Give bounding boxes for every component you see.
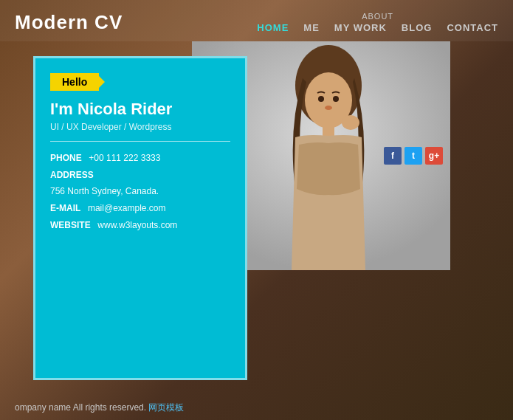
svg-point-4 (342, 115, 359, 130)
social-icons: f t g+ (384, 147, 443, 165)
svg-point-6 (333, 96, 339, 102)
twitter-icon[interactable]: t (404, 147, 422, 165)
header: Modern CV ABOUT HOME ME MY WORK BLOG CON… (0, 0, 513, 41)
main-content: Hello I'm Nicola Rider UI / UX Developer… (0, 41, 513, 395)
facebook-icon[interactable]: f (384, 147, 402, 165)
svg-point-7 (325, 106, 332, 110)
svg-point-5 (318, 96, 324, 102)
phone-value: +00 111 222 3333 (89, 153, 160, 163)
site-title: Modern CV (15, 11, 123, 34)
contact-card: Hello I'm Nicola Rider UI / UX Developer… (33, 56, 247, 380)
nav-home[interactable]: HOME (257, 22, 289, 33)
email-value: mail@example.com (88, 203, 166, 213)
footer-text: ompany name All rights reserved. (15, 402, 146, 413)
address-row: ADDRESS (50, 169, 230, 180)
nav-blog[interactable]: BLOG (402, 22, 433, 33)
phone-label: PHONE (50, 153, 82, 163)
nav-mywork[interactable]: MY WORK (334, 22, 387, 33)
website-value: www.w3layouts.com (97, 220, 177, 230)
nav-links: HOME ME MY WORK BLOG CONTACT (257, 22, 498, 33)
nav-area: ABOUT HOME ME MY WORK BLOG CONTACT (257, 12, 498, 33)
person-name: I'm Nicola Rider (50, 100, 230, 119)
email-label: E-MAIL (50, 203, 80, 213)
website-row: WEBSITE www.w3layouts.com (50, 219, 230, 230)
phone-row: PHONE +00 111 222 3333 (50, 152, 230, 163)
nav-about-label: ABOUT (362, 12, 393, 21)
footer: ompany name All rights reserved. 网页模板 (0, 396, 513, 420)
footer-link[interactable]: 网页模板 (148, 402, 184, 413)
nav-contact[interactable]: CONTACT (447, 22, 498, 33)
person-title: UI / UX Developer / Wordpress (50, 122, 230, 132)
nav-me[interactable]: ME (303, 22, 320, 33)
email-row: E-MAIL mail@example.com (50, 202, 230, 213)
hello-badge: Hello (50, 73, 99, 91)
address-label: ADDRESS (50, 170, 94, 180)
googleplus-icon[interactable]: g+ (425, 147, 443, 165)
website-label: WEBSITE (50, 220, 91, 230)
address-value: 756 North Sydney, Canada. (50, 186, 230, 196)
divider (50, 141, 230, 142)
